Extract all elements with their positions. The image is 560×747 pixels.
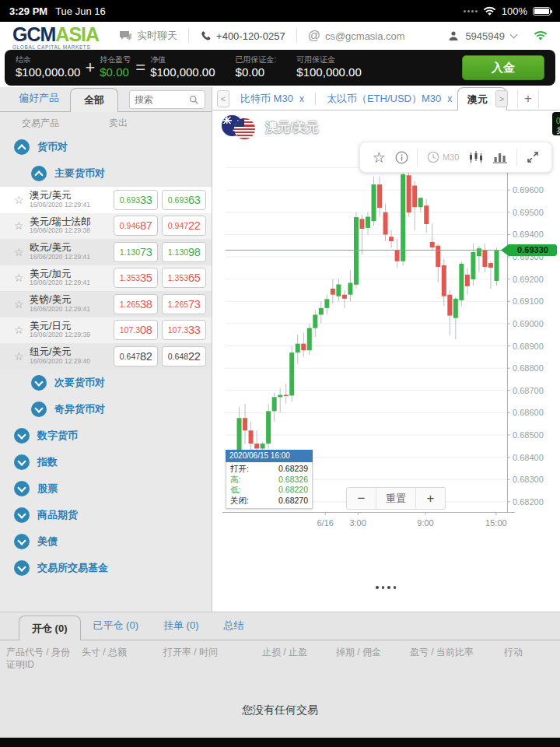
column-header-2: 头寸 / 总额 bbox=[82, 647, 163, 671]
star-icon[interactable]: ☆ bbox=[14, 246, 26, 258]
pair-quote-time: 16/06/2020 12:29:41 bbox=[30, 254, 110, 261]
live-chat-button[interactable]: 实时聊天 bbox=[119, 29, 177, 43]
category-major-pairs[interactable]: 主要货币对 bbox=[0, 160, 212, 187]
tabs-scroll-left-button[interactable]: < bbox=[217, 90, 229, 107]
star-icon[interactable]: ☆ bbox=[14, 324, 26, 336]
chevron-down-circle-icon bbox=[14, 481, 30, 496]
category-currency-pairs[interactable]: 货币对 bbox=[0, 134, 212, 160]
wifi-icon bbox=[483, 6, 496, 16]
category-3[interactable]: 股票 bbox=[0, 475, 212, 502]
email-contact[interactable]: @ cs@gcmasia.com bbox=[308, 29, 405, 43]
close-tab-icon[interactable]: x bbox=[447, 93, 452, 104]
positions-tab-2[interactable]: 已平仓 (0) bbox=[93, 619, 139, 633]
bar-chart-type-icon[interactable] bbox=[493, 151, 508, 163]
pair-list: ☆澳元/美元16/06/2020 12:29:410.693330.69363☆… bbox=[0, 187, 212, 370]
svg-text:0.68600: 0.68600 bbox=[513, 408, 544, 417]
star-icon[interactable]: ☆ bbox=[14, 219, 26, 232]
pair-row-6[interactable]: ☆美元/日元16/06/2020 12:29:39107.308107.333 bbox=[0, 317, 212, 344]
info-icon[interactable] bbox=[395, 151, 408, 164]
chart-tab-bar: < 比特币 M30x太以币（ETH/USD）M30x 澳元 > + bbox=[212, 87, 559, 110]
search-box[interactable] bbox=[129, 90, 205, 109]
pair-row-5[interactable]: ☆英镑/美元16/06/2020 12:29:411.265381.26573 bbox=[0, 291, 212, 317]
ohlc-tooltip: 2020/06/15 16:00 打开:0.68239 高:0.68326 低:… bbox=[226, 450, 313, 509]
category-4[interactable]: 商品期货 bbox=[0, 502, 212, 528]
category-2[interactable]: 指数 bbox=[0, 449, 212, 475]
ask-price-button[interactable]: 0.69363 bbox=[162, 190, 206, 210]
status-bar: 3:29 PM Tue Jun 16 100% bbox=[0, 0, 560, 22]
add-chart-tab-button[interactable]: + bbox=[517, 89, 539, 108]
bid-price-button[interactable]: 0.94687 bbox=[114, 216, 158, 236]
bid-price-button[interactable]: 0.64782 bbox=[114, 346, 158, 366]
column-header-5: 掉期 / 佣金 bbox=[336, 647, 410, 671]
phone-contact[interactable]: +400-120-0257 bbox=[200, 30, 285, 42]
positions-tab-4[interactable]: 总结 bbox=[224, 619, 244, 633]
zoom-in-button[interactable]: + bbox=[416, 488, 445, 509]
star-icon[interactable]: ☆ bbox=[14, 272, 26, 284]
ask-price-button[interactable]: 0.94722 bbox=[162, 216, 206, 236]
chevron-up-circle-icon bbox=[31, 166, 47, 181]
tab-favorite-products[interactable]: 偏好产品 bbox=[19, 91, 59, 105]
positions-tab-1[interactable]: 开仓 (0) bbox=[19, 615, 81, 640]
cellular-signal-icon bbox=[464, 10, 478, 12]
account-summary-bar: 结余 $100,000.00 + 持仓盈亏 $0.00 = 净值 $100,00… bbox=[5, 50, 555, 86]
chart-tab-1[interactable]: 比特币 M30x bbox=[229, 87, 315, 110]
clock-time: 3:29 PM bbox=[9, 5, 47, 17]
chevron-down-icon[interactable] bbox=[510, 30, 518, 38]
category-1[interactable]: 数字货币 bbox=[0, 423, 212, 449]
plus-operator: + bbox=[85, 59, 95, 76]
fullscreen-icon[interactable] bbox=[527, 151, 539, 163]
pair-row-4[interactable]: ☆美元/加元16/06/2020 12:29:411.353351.35365 bbox=[0, 265, 212, 292]
open-pl: 持仓盈亏 $0.00 bbox=[100, 55, 131, 79]
bid-price-button[interactable]: 1.13073 bbox=[114, 242, 158, 262]
pair-quote-time: 16/06/2020 12:29:41 bbox=[30, 306, 110, 313]
candlestick-chart-type-icon[interactable] bbox=[468, 151, 484, 164]
svg-text:0.69400: 0.69400 bbox=[513, 230, 544, 239]
subcategory-2[interactable]: 奇异货币对 bbox=[0, 396, 212, 423]
positions-tab-3[interactable]: 挂单 (0) bbox=[163, 619, 199, 633]
subcategory-1[interactable]: 次要货币对 bbox=[0, 370, 212, 396]
ask-price-button[interactable]: 1.13098 bbox=[162, 242, 206, 262]
pair-row-7[interactable]: ☆纽元/美元16/06/2020 12:29:400.647820.64822 bbox=[0, 343, 212, 370]
equals-operator: = bbox=[135, 59, 145, 76]
bid-price-button[interactable]: 0.69333 bbox=[114, 190, 158, 210]
ask-price-button[interactable]: 107.333 bbox=[162, 320, 206, 340]
gcm-asia-logo: GCMASIA GLOBAL CAPITAL MARKETS bbox=[12, 25, 99, 51]
ask-price-button[interactable]: 1.35365 bbox=[162, 268, 206, 288]
search-input[interactable] bbox=[135, 94, 189, 105]
chart-zoom-controls: − 重置 + bbox=[346, 487, 446, 510]
bid-price-button[interactable]: 107.308 bbox=[114, 320, 158, 340]
star-icon[interactable]: ☆ bbox=[14, 350, 26, 363]
ask-price-button[interactable]: 1.26573 bbox=[162, 294, 206, 314]
sell-button[interactable]: 0.69333 卖出 bbox=[552, 112, 560, 135]
chevron-down-circle-icon bbox=[14, 454, 30, 470]
star-icon[interactable]: ☆ bbox=[14, 194, 26, 206]
bid-price-button[interactable]: 1.26538 bbox=[114, 294, 158, 314]
sidebar-column-headers: 交易产品 卖出 bbox=[0, 112, 212, 134]
audusd-flag-icon bbox=[222, 115, 256, 140]
zoom-out-button[interactable]: − bbox=[347, 488, 376, 509]
tabs-scroll-right-button[interactable]: > bbox=[495, 90, 508, 107]
favorite-star-icon[interactable]: ☆ bbox=[373, 150, 386, 165]
zoom-reset-button[interactable]: 重置 bbox=[376, 488, 416, 509]
svg-text:0.68900: 0.68900 bbox=[513, 342, 544, 351]
category-5[interactable]: 美债 bbox=[0, 528, 212, 555]
svg-text:0.69200: 0.69200 bbox=[513, 275, 544, 284]
timeframe-selector[interactable]: M30 bbox=[427, 151, 459, 163]
clock-icon bbox=[427, 151, 439, 163]
tab-all-products[interactable]: 全部 bbox=[70, 88, 118, 112]
pair-row-1[interactable]: ☆澳元/美元16/06/2020 12:29:410.693330.69363 bbox=[0, 187, 212, 213]
deposit-button[interactable]: 入金 bbox=[462, 55, 544, 80]
panel-resize-handle[interactable] bbox=[376, 586, 396, 589]
used-margin: 已用保证金: $0.00 bbox=[236, 55, 277, 79]
star-icon[interactable]: ☆ bbox=[14, 298, 26, 310]
column-header-1: 产品代号 / 身份证明ID bbox=[6, 647, 82, 671]
ask-price-button[interactable]: 0.64822 bbox=[162, 346, 206, 366]
chart-tab-2[interactable]: 太以币（ETH/USD）M30x bbox=[316, 87, 463, 110]
svg-text:0.68800: 0.68800 bbox=[513, 363, 544, 373]
close-tab-icon[interactable]: x bbox=[299, 93, 304, 104]
pair-row-3[interactable]: ☆欧元/美元16/06/2020 12:29:411.130731.13098 bbox=[0, 239, 212, 265]
category-6[interactable]: 交易所交易基金 bbox=[0, 555, 212, 581]
bid-price-button[interactable]: 1.35335 bbox=[114, 268, 158, 288]
pair-row-2[interactable]: ☆美元/瑞士法郎16/06/2020 12:29:380.946870.9472… bbox=[0, 213, 212, 240]
svg-text:0.69600: 0.69600 bbox=[513, 185, 544, 195]
